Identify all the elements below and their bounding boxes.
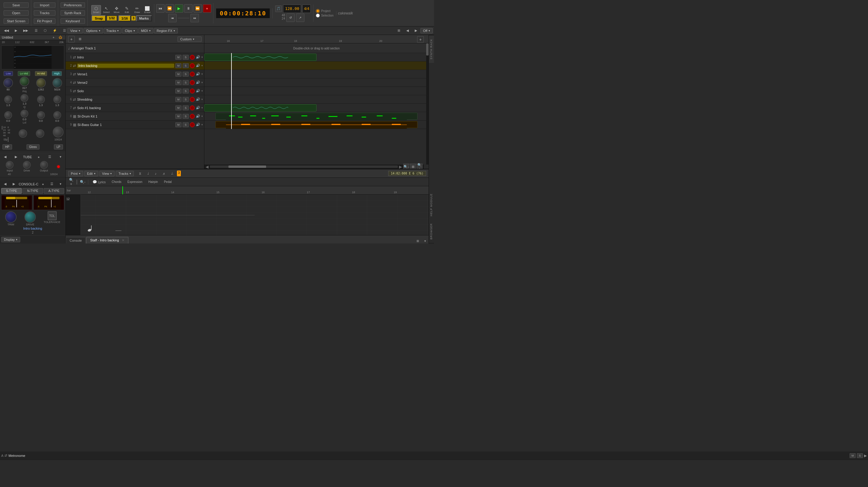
rewind-button[interactable]: ⏪ bbox=[165, 4, 174, 13]
view-dropdown[interactable]: View bbox=[67, 28, 83, 33]
solo-btn-1[interactable]: S bbox=[183, 55, 189, 60]
speaker-3[interactable]: 🔊 bbox=[196, 72, 200, 76]
view-dropdown-pr[interactable]: View bbox=[99, 171, 115, 176]
secondary-btn-5[interactable]: ⬡ bbox=[41, 28, 50, 33]
edit-tool-button[interactable]: ✎ Edit bbox=[122, 5, 132, 15]
rewind-to-start-button[interactable]: ⏮ bbox=[156, 4, 164, 13]
tempo-display[interactable]: 128.00 bbox=[283, 4, 301, 13]
synth-rack-tab[interactable]: SYNTH RACK bbox=[429, 35, 434, 63]
edit-dropdown[interactable]: Edit bbox=[84, 171, 98, 176]
expand-5[interactable]: ▾ bbox=[201, 89, 203, 93]
console-nav-prev[interactable]: ◀ bbox=[1, 181, 9, 187]
console-power[interactable]: ● bbox=[39, 181, 47, 187]
clip-1[interactable] bbox=[204, 54, 316, 61]
rec-btn-6[interactable] bbox=[190, 97, 195, 102]
secondary-btn-1[interactable]: ◀◀ bbox=[1, 28, 11, 33]
solo-btn-3[interactable]: S bbox=[183, 72, 189, 77]
layout-btn-2[interactable]: ◀ bbox=[404, 28, 411, 33]
keyboard-button[interactable]: Keyboard bbox=[61, 19, 85, 24]
tab-arrow-btn[interactable]: ▾ bbox=[422, 238, 429, 243]
custom-view-dropdown[interactable]: Custom bbox=[178, 36, 202, 42]
print-dropdown[interactable]: Print bbox=[68, 171, 83, 176]
low-out-knob[interactable] bbox=[4, 111, 12, 119]
speaker-5[interactable]: 🔊 bbox=[196, 89, 200, 93]
rec-btn-4[interactable] bbox=[190, 80, 195, 85]
solo-btn-7[interactable]: S bbox=[183, 105, 189, 110]
high-freq-knob[interactable] bbox=[53, 78, 62, 88]
lomid-out-knob[interactable] bbox=[21, 110, 28, 118]
layout-btn-1[interactable]: ⊞ bbox=[395, 28, 403, 33]
solo-btn-9[interactable]: S bbox=[183, 122, 189, 127]
open-button[interactable]: Open bbox=[4, 10, 29, 16]
hp-button[interactable]: HP bbox=[2, 144, 12, 150]
expand-9[interactable]: ▾ bbox=[201, 123, 203, 126]
secondary-btn-3[interactable]: ▶▶ bbox=[21, 28, 31, 33]
region-fx-dropdown[interactable]: Region FX bbox=[154, 28, 178, 33]
h-scrollbar[interactable]: ◀ ▶ 🔍- ⊞ 🔍+ bbox=[204, 164, 424, 169]
loop-button[interactable]: ↺ bbox=[286, 13, 295, 22]
solo-btn-5[interactable]: S bbox=[183, 89, 189, 93]
himid-freq-knob[interactable] bbox=[36, 78, 46, 88]
layout-btn-3[interactable]: ▶ bbox=[412, 28, 420, 33]
tube-extra[interactable]: ▾ bbox=[57, 154, 64, 160]
tube-nav-prev[interactable]: ◀ bbox=[1, 154, 9, 160]
mute-btn-8[interactable]: M bbox=[176, 114, 181, 119]
options-dropdown[interactable]: Options bbox=[84, 28, 103, 33]
mute-btn-6[interactable]: M bbox=[176, 97, 181, 102]
console-extra[interactable]: ▾ bbox=[57, 181, 64, 187]
snap-value[interactable]: 1/32 bbox=[107, 16, 116, 21]
mute-btn-5[interactable]: M bbox=[176, 89, 181, 93]
zoom-in-btn[interactable]: 🔍+ bbox=[416, 164, 423, 169]
mute-btn-9[interactable]: M bbox=[176, 122, 181, 127]
console-nav-next[interactable]: ▶ bbox=[10, 181, 18, 187]
tracks-dropdown[interactable]: Tracks bbox=[104, 28, 122, 33]
low-freq-knob[interactable] bbox=[3, 78, 13, 88]
metronome-icon[interactable]: 🎵 bbox=[275, 5, 282, 12]
midi-dropdown[interactable]: MIDI bbox=[138, 28, 153, 33]
midi-clip-8[interactable] bbox=[216, 113, 417, 120]
save-button[interactable]: Save bbox=[4, 2, 29, 8]
import-button[interactable]: Import bbox=[34, 2, 56, 8]
synth-rack-button[interactable]: Synth Rack bbox=[61, 10, 85, 16]
tab-settings-btn[interactable]: ⊞ bbox=[414, 238, 422, 243]
tube-input-knob[interactable] bbox=[6, 161, 13, 169]
tube-nav-next[interactable]: ▶ bbox=[12, 154, 20, 160]
speaker-1[interactable]: 🔊 bbox=[196, 55, 200, 59]
secondary-btn-6[interactable]: ⚡ bbox=[50, 28, 60, 33]
selection-radio[interactable]: Selection bbox=[316, 13, 333, 18]
midi-clip-9[interactable] bbox=[216, 121, 417, 128]
browser-tab[interactable]: BROWSER bbox=[429, 220, 434, 243]
v-scroll-thumb[interactable] bbox=[426, 43, 429, 56]
track-view-options[interactable]: ⊞ bbox=[76, 36, 84, 42]
solo-btn-2[interactable]: S bbox=[183, 63, 189, 68]
rec-btn-2[interactable] bbox=[190, 63, 195, 68]
select-tool-button[interactable]: ↖ Select bbox=[101, 5, 111, 15]
add-track-button[interactable]: + bbox=[68, 36, 75, 42]
low-band-button[interactable]: Low bbox=[4, 71, 13, 76]
lomid-band-button[interactable]: Lo Mid bbox=[18, 71, 30, 76]
mute-btn-2[interactable]: M bbox=[176, 63, 181, 68]
tube-power[interactable]: ● bbox=[35, 154, 42, 160]
expand-7[interactable]: ▾ bbox=[201, 106, 203, 110]
hairpin-btn[interactable]: Hairpin bbox=[147, 180, 160, 184]
snap2-button[interactable]: 1/16 bbox=[119, 16, 131, 21]
mute-btn-7[interactable]: M bbox=[176, 105, 181, 110]
drive-console-knob[interactable] bbox=[24, 211, 36, 223]
expand-4[interactable]: ▾ bbox=[201, 81, 203, 84]
pr-grid-area[interactable] bbox=[81, 195, 429, 235]
mute-btn-3[interactable]: M bbox=[176, 72, 181, 77]
tracks-menu-button[interactable]: Tracks bbox=[34, 10, 56, 16]
solo-btn-8[interactable]: S bbox=[183, 114, 189, 119]
note-dur-1[interactable]: ⧖ bbox=[136, 171, 144, 176]
rec-btn-8[interactable] bbox=[190, 114, 195, 119]
filter-knob[interactable] bbox=[36, 129, 44, 138]
note-dur-4[interactable]: ♬ bbox=[160, 171, 167, 176]
expand-1[interactable]: ▾ bbox=[201, 56, 203, 59]
zoom-reset-btn[interactable]: ⊞ bbox=[410, 164, 416, 169]
meter-display[interactable]: 4/4 bbox=[302, 4, 311, 13]
chords-btn[interactable]: Chords bbox=[110, 180, 123, 184]
off-dropdown[interactable]: Off bbox=[421, 28, 433, 33]
mute-btn-4[interactable]: M bbox=[176, 80, 181, 85]
s-type-button[interactable]: S-TYPE bbox=[1, 188, 22, 194]
console-tab[interactable]: Console bbox=[66, 237, 86, 243]
